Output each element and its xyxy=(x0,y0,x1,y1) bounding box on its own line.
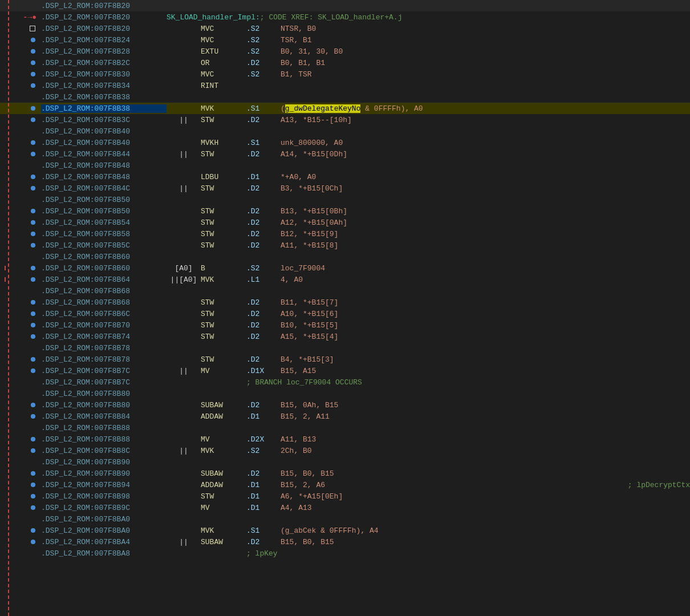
address: .DSP_L2_ROM:007F8B58 xyxy=(41,230,167,238)
breakpoint-dot[interactable] xyxy=(31,209,35,213)
mnemonic: MVK xyxy=(201,526,246,535)
code-line-line31[interactable]: .DSP_L2_ROM:007F8B78 xyxy=(0,342,690,354)
mnemonic: MVC xyxy=(201,36,246,44)
code-line-line19[interactable]: .DSP_L2_ROM:007F8B50STW.D2B13, *+B15[0Bh… xyxy=(0,205,690,217)
breakpoint-dot[interactable] xyxy=(31,437,35,441)
code-line-line8[interactable]: .DSP_L2_ROM:007F8B34RINT xyxy=(0,80,690,91)
code-line-line22[interactable]: .DSP_L2_ROM:007F8B5CSTW.D2A11, *+B15[8] xyxy=(0,240,690,251)
code-line-line48[interactable]: .DSP_L2_ROM:007F8BA4||SUBAW.D2B15, B0, B… xyxy=(0,536,690,548)
code-line-line6[interactable]: .DSP_L2_ROM:007F8B2COR.D2B0, B1, B1 xyxy=(0,57,690,68)
code-line-line32[interactable]: .DSP_L2_ROM:007F8B78STW.D2B4, *+B15[3] xyxy=(0,354,690,365)
code-line-line5[interactable]: .DSP_L2_ROM:007F8B28EXTU.S2B0, 31, 30, B… xyxy=(0,46,690,57)
breakpoint-dot[interactable] xyxy=(31,175,35,179)
code-line-line3[interactable]: .DSP_L2_ROM:007F8B20MVC.S2NTSR, B0 xyxy=(0,23,690,34)
breakpoint-dot[interactable] xyxy=(31,152,35,156)
code-line-line10[interactable]: .DSP_L2_ROM:007F8B38MVK.S1(g_dwDelegateK… xyxy=(0,103,690,114)
breakpoint-dot[interactable] xyxy=(31,83,35,88)
breakpoint-dot[interactable] xyxy=(31,117,35,122)
code-line-line39[interactable]: .DSP_L2_ROM:007F8B88MV.D2XA11, B13 xyxy=(0,433,690,445)
breakpoint-dot[interactable] xyxy=(31,414,35,419)
breakpoint-dot[interactable] xyxy=(31,38,35,42)
code-line-line15[interactable]: .DSP_L2_ROM:007F8B48 xyxy=(0,160,690,171)
code-line-line2[interactable]: -→●.DSP_L2_ROM:007F8B20 SK_LOAD_handler_… xyxy=(0,11,690,23)
breakpoint-dot[interactable] xyxy=(31,277,35,282)
code-line-line29[interactable]: .DSP_L2_ROM:007F8B70STW.D2B10, *+B15[5] xyxy=(0,319,690,331)
breakpoint-dot[interactable] xyxy=(31,323,35,327)
address: .DSP_L2_ROM:007F8B24 xyxy=(41,36,167,44)
breakpoint-dot[interactable] xyxy=(31,505,35,510)
mnemonic: STW xyxy=(201,207,246,216)
code-line-line38[interactable]: .DSP_L2_ROM:007F8B88 xyxy=(0,422,690,433)
breakpoint-dot[interactable] xyxy=(31,60,35,65)
code-line-line45[interactable]: .DSP_L2_ROM:007F8B9CMV.D1A4, A13 xyxy=(0,502,690,513)
breakpoint-dot[interactable] xyxy=(31,540,35,544)
code-line-line20[interactable]: .DSP_L2_ROM:007F8B54STW.D2A12, *+B15[0Ah… xyxy=(0,217,690,228)
xref-comment: ; CODE XREF: SK_LOAD_handler+A.j xyxy=(260,13,403,22)
code-line-line47[interactable]: .DSP_L2_ROM:007F8BA0MVK.S1(g_abCek & 0FF… xyxy=(0,525,690,536)
code-line-line30[interactable]: .DSP_L2_ROM:007F8B74STW.D2A15, *+B15[4] xyxy=(0,331,690,342)
code-line-line4[interactable]: .DSP_L2_ROM:007F8B24MVC.S2TSR, B1 xyxy=(0,34,690,46)
code-line-line23[interactable]: .DSP_L2_ROM:007F8B60 xyxy=(0,251,690,262)
breakpoint-dot[interactable] xyxy=(31,471,35,476)
breakpoint-dot[interactable] xyxy=(31,220,35,225)
breakpoint-dot[interactable] xyxy=(31,106,35,111)
breakpoint-dot[interactable] xyxy=(31,357,35,362)
breakpoint-dot[interactable] xyxy=(31,186,35,191)
address: .DSP_L2_ROM:007F8B74 xyxy=(41,333,167,341)
code-line-line42[interactable]: .DSP_L2_ROM:007F8B90SUBAW.D2B15, B0, B15 xyxy=(0,468,690,479)
address: .DSP_L2_ROM:007F8B3C xyxy=(41,116,167,124)
code-line-line9[interactable]: .DSP_L2_ROM:007F8B38 xyxy=(0,91,690,103)
code-line-line27[interactable]: .DSP_L2_ROM:007F8B68STW.D2B11, *+B15[7] xyxy=(0,297,690,308)
code-line-line7[interactable]: .DSP_L2_ROM:007F8B30MVC.S2B1, TSR xyxy=(0,68,690,80)
gutter xyxy=(0,494,39,499)
breakpoint-dot[interactable] xyxy=(31,72,35,76)
function-label: SK_LOAD_handler_Impl: xyxy=(167,13,260,22)
code-line-line49[interactable]: .DSP_L2_ROM:007F8BA8; lpKey xyxy=(0,548,690,559)
breakpoint-dot[interactable] xyxy=(31,311,35,316)
address: .DSP_L2_ROM:007F8B50 xyxy=(41,196,167,204)
code-line-line11[interactable]: .DSP_L2_ROM:007F8B3C||STW.D2A13, *B15--[… xyxy=(0,114,690,125)
code-line-line33[interactable]: .DSP_L2_ROM:007F8B7C||MV.D1XB15, A15 xyxy=(0,365,690,376)
code-line-line34[interactable]: .DSP_L2_ROM:007F8B7C; BRANCH loc_7F9004 … xyxy=(0,376,690,388)
breakpoint-dot[interactable] xyxy=(31,300,35,305)
code-line-line36[interactable]: .DSP_L2_ROM:007F8B80SUBAW.D2B15, 0Ah, B1… xyxy=(0,399,690,411)
code-line-line46[interactable]: .DSP_L2_ROM:007F8BA0 xyxy=(0,513,690,525)
code-line-line43[interactable]: .DSP_L2_ROM:007F8B94ADDAW.D1B15, 2, A6 ;… xyxy=(0,479,690,491)
breakpoint-dot[interactable] xyxy=(31,368,35,373)
code-line-line28[interactable]: .DSP_L2_ROM:007F8B6CSTW.D2A10, *+B15[6] xyxy=(0,308,690,319)
code-line-line35[interactable]: .DSP_L2_ROM:007F8B80 xyxy=(0,388,690,399)
functional-unit: .D2 xyxy=(246,218,281,227)
line-content: .DSP_L2_ROM:007F8BA4||SUBAW.D2B15, B0, B… xyxy=(39,538,690,546)
code-line-line13[interactable]: .DSP_L2_ROM:007F8B40MVKH.S1unk_800000, A… xyxy=(0,137,690,148)
operands: loc_7F9004 xyxy=(281,264,690,273)
code-line-line44[interactable]: .DSP_L2_ROM:007F8B98STW.D1A6, *+A15[0Eh] xyxy=(0,491,690,502)
breakpoint-dot[interactable] xyxy=(31,140,35,145)
code-line-line40[interactable]: .DSP_L2_ROM:007F8B8C||MVK.S22Ch, B0 xyxy=(0,445,690,456)
code-line-line41[interactable]: .DSP_L2_ROM:007F8B90 xyxy=(0,456,690,468)
code-line-line17[interactable]: .DSP_L2_ROM:007F8B4C||STW.D2B3, *+B15[0C… xyxy=(0,183,690,194)
breakpoint-dot[interactable] xyxy=(31,266,35,270)
code-line-line12[interactable]: .DSP_L2_ROM:007F8B40 xyxy=(0,125,690,137)
breakpoint-dot[interactable] xyxy=(31,494,35,499)
breakpoint-dot[interactable] xyxy=(31,334,35,339)
breakpoint-dot[interactable] xyxy=(31,232,35,236)
code-line-line16[interactable]: .DSP_L2_ROM:007F8B48LDBU.D1*+A0, A0 xyxy=(0,171,690,183)
breakpoint-dot[interactable] xyxy=(31,403,35,407)
code-line-line37[interactable]: .DSP_L2_ROM:007F8B84ADDAW.D1B15, 2, A11 xyxy=(0,411,690,422)
code-line-line25[interactable]: .DSP_L2_ROM:007F8B64||[A0]MVK.L14, A0 xyxy=(0,274,690,285)
breakpoint-dot[interactable] xyxy=(31,448,35,453)
breakpoint-dot[interactable] xyxy=(31,528,35,533)
code-line-line1[interactable]: .DSP_L2_ROM:007F8B20 xyxy=(0,0,690,11)
code-line-line14[interactable]: .DSP_L2_ROM:007F8B44||STW.D2A14, *+B15[0… xyxy=(0,148,690,160)
line-content: .DSP_L2_ROM:007F8B40MVKH.S1unk_800000, A… xyxy=(39,139,690,147)
code-line-line24[interactable]: .DSP_L2_ROM:007F8B60[A0]B.S2loc_7F9004 xyxy=(0,262,690,274)
breakpoint-dot[interactable] xyxy=(31,49,35,54)
code-line-line26[interactable]: .DSP_L2_ROM:007F8B68 xyxy=(0,285,690,297)
parallel-indicator xyxy=(167,253,201,261)
breakpoint-dot[interactable] xyxy=(31,243,35,248)
code-line-line21[interactable]: .DSP_L2_ROM:007F8B58STW.D2B12, *+B15[9] xyxy=(0,228,690,240)
operands: (g_dwDelegateKeyNo & 0FFFFh), A0 xyxy=(281,104,690,113)
breakpoint-dot[interactable] xyxy=(31,483,35,487)
parallel-indicator xyxy=(167,59,201,67)
code-line-line18[interactable]: .DSP_L2_ROM:007F8B50 xyxy=(0,194,690,205)
